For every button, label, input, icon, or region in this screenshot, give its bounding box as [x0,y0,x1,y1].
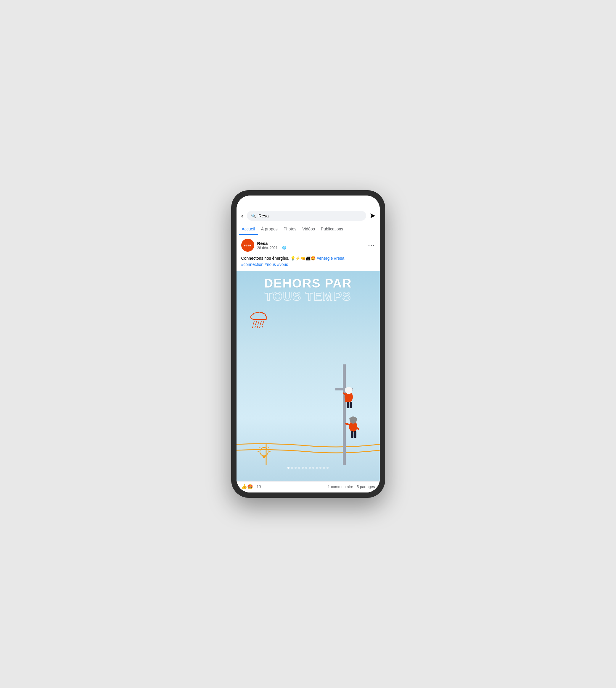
post-header: resa Resa 28 déc. 2021 · 🌐 ··· [237,235,380,254]
svg-line-18 [268,447,269,448]
svg-line-6 [254,326,256,328]
search-text: Resa [259,213,269,218]
image-title-line2: TOUS TEMPS [237,290,380,303]
svg-rect-31 [351,431,353,438]
nav-tabs: Accueil À propos Photos Vidéos Publicati… [237,223,380,235]
svg-line-4 [263,321,264,325]
back-button[interactable]: ‹ [241,212,243,220]
shares-count[interactable]: 5 partages [357,484,375,489]
post-footer: 👍 🤩 13 1 commentaire 5 partages [237,481,380,492]
svg-point-11 [260,448,268,456]
svg-point-30 [349,417,357,420]
svg-rect-32 [354,431,356,438]
pagination-dots [237,467,380,469]
svg-line-9 [261,326,263,328]
phone-screen: ‹ 🔍 Resa ➤ Accueil À propos Photos Vidéo… [237,196,380,492]
post-text: Connectons nos énergies. 💡⚡🤜👨‍👩‍👦🤩 #ener… [237,254,380,271]
image-title-line1: DEHORS PAR [237,277,380,290]
svg-line-8 [259,326,260,328]
post-date: 28 déc. 2021 · 🌐 [257,246,287,250]
svg-line-2 [258,321,259,325]
tab-videos[interactable]: Vidéos [299,223,318,235]
tab-apropos[interactable]: À propos [258,223,281,235]
post-container: resa Resa 28 déc. 2021 · 🌐 ··· Connecto [237,235,380,492]
svg-rect-19 [343,364,346,465]
like-emoji: 👍 [241,484,247,489]
post-meta: Resa 28 déc. 2021 · 🌐 [257,241,287,250]
reactions: 👍 🤩 13 [241,484,261,489]
svg-line-5 [252,326,253,328]
search-bar[interactable]: 🔍 Resa [247,211,366,221]
svg-rect-25 [350,402,352,408]
post-image: DEHORS PAR TOUS TEMPS [237,271,380,481]
svg-line-0 [253,321,254,325]
status-bar [237,196,380,208]
tab-photos[interactable]: Photos [281,223,300,235]
tab-publications[interactable]: Publications [318,223,346,235]
svg-line-1 [256,321,257,325]
svg-line-7 [257,326,258,328]
workers-illustration [312,364,377,465]
cloud-rain-icon [248,307,271,329]
svg-line-17 [259,447,260,448]
search-bar-area: ‹ 🔍 Resa ➤ [237,208,380,223]
tab-accueil[interactable]: Accueil [239,223,258,235]
svg-line-3 [260,321,261,325]
post-stats: 1 commentaire 5 partages [328,484,375,489]
reaction-count: 13 [257,484,261,489]
post-author[interactable]: Resa [257,241,287,246]
svg-rect-24 [347,402,349,408]
avatar: resa [241,239,254,252]
svg-point-23 [345,388,353,391]
light-bulb-icon [257,445,271,464]
search-icon: 🔍 [251,213,256,218]
globe-icon: 🌐 [282,246,286,250]
phone-frame: ‹ 🔍 Resa ➤ Accueil À propos Photos Vidéo… [231,190,385,498]
love-emoji: 🤩 [247,484,253,489]
image-title: DEHORS PAR TOUS TEMPS [237,277,380,303]
comments-count[interactable]: 1 commentaire [328,484,353,489]
more-options-button[interactable]: ··· [368,242,375,249]
share-button[interactable]: ➤ [370,212,375,220]
